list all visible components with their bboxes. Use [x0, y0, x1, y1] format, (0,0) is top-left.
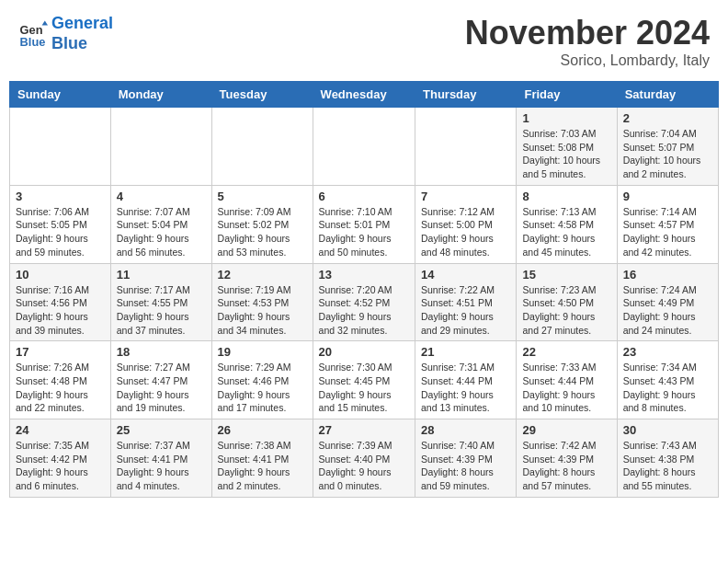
calendar-cell: 5Sunrise: 7:09 AM Sunset: 5:02 PM Daylig…	[211, 185, 313, 263]
weekday-header: Saturday	[617, 82, 718, 108]
day-number: 6	[319, 190, 409, 203]
day-number: 22	[522, 345, 610, 359]
day-info: Sunrise: 7:14 AM Sunset: 4:57 PM Dayligh…	[623, 205, 712, 259]
day-info: Sunrise: 7:34 AM Sunset: 4:43 PM Dayligh…	[623, 361, 712, 415]
day-info: Sunrise: 7:40 AM Sunset: 4:39 PM Dayligh…	[421, 439, 510, 493]
calendar-cell: 21Sunrise: 7:31 AM Sunset: 4:44 PM Dayli…	[415, 341, 517, 419]
day-info: Sunrise: 7:29 AM Sunset: 4:46 PM Dayligh…	[218, 361, 307, 415]
day-number: 3	[16, 190, 105, 203]
day-info: Sunrise: 7:04 AM Sunset: 5:07 PM Dayligh…	[623, 127, 712, 181]
calendar-cell	[10, 108, 111, 186]
calendar-week-row: 24Sunrise: 7:35 AM Sunset: 4:42 PM Dayli…	[10, 419, 719, 498]
calendar-cell: 11Sunrise: 7:17 AM Sunset: 4:55 PM Dayli…	[110, 263, 211, 341]
day-info: Sunrise: 7:12 AM Sunset: 5:00 PM Dayligh…	[421, 205, 510, 259]
day-number: 28	[421, 423, 510, 437]
day-number: 13	[319, 268, 409, 282]
day-info: Sunrise: 7:27 AM Sunset: 4:47 PM Dayligh…	[117, 361, 206, 415]
day-number: 18	[117, 345, 206, 359]
calendar-cell: 27Sunrise: 7:39 AM Sunset: 4:40 PM Dayli…	[313, 419, 415, 498]
day-number: 2	[623, 111, 712, 125]
calendar-cell: 26Sunrise: 7:38 AM Sunset: 4:41 PM Dayli…	[211, 419, 313, 498]
location-subtitle: Sorico, Lombardy, Italy	[465, 52, 710, 69]
calendar-week-row: 1Sunrise: 7:03 AM Sunset: 5:08 PM Daylig…	[10, 108, 719, 186]
calendar-cell: 19Sunrise: 7:29 AM Sunset: 4:46 PM Dayli…	[211, 341, 313, 419]
weekday-row: SundayMondayTuesdayWednesdayThursdayFrid…	[10, 82, 719, 108]
day-info: Sunrise: 7:09 AM Sunset: 5:02 PM Dayligh…	[218, 205, 307, 259]
day-number: 8	[522, 190, 610, 203]
day-number: 5	[218, 190, 307, 203]
logo-line2: Blue	[51, 34, 87, 52]
day-info: Sunrise: 7:23 AM Sunset: 4:50 PM Dayligh…	[522, 283, 610, 338]
calendar-cell	[415, 108, 517, 186]
day-number: 12	[218, 268, 307, 282]
day-info: Sunrise: 7:26 AM Sunset: 4:48 PM Dayligh…	[16, 361, 105, 415]
calendar-cell: 2Sunrise: 7:04 AM Sunset: 5:07 PM Daylig…	[617, 108, 718, 186]
weekday-header: Tuesday	[211, 82, 313, 108]
calendar-cell: 7Sunrise: 7:12 AM Sunset: 5:00 PM Daylig…	[415, 185, 517, 263]
calendar-cell: 23Sunrise: 7:34 AM Sunset: 4:43 PM Dayli…	[617, 341, 718, 419]
day-info: Sunrise: 7:33 AM Sunset: 4:44 PM Dayligh…	[522, 361, 610, 415]
calendar-cell: 17Sunrise: 7:26 AM Sunset: 4:48 PM Dayli…	[10, 341, 111, 419]
day-info: Sunrise: 7:16 AM Sunset: 4:56 PM Dayligh…	[16, 283, 105, 338]
day-number: 7	[421, 190, 510, 203]
day-number: 10	[16, 268, 105, 282]
day-info: Sunrise: 7:42 AM Sunset: 4:39 PM Dayligh…	[522, 439, 610, 493]
svg-text:Blue: Blue	[20, 34, 46, 48]
day-number: 26	[218, 423, 307, 437]
day-info: Sunrise: 7:13 AM Sunset: 4:58 PM Dayligh…	[522, 205, 610, 259]
calendar-week-row: 10Sunrise: 7:16 AM Sunset: 4:56 PM Dayli…	[10, 263, 719, 341]
calendar-cell	[313, 108, 415, 186]
day-info: Sunrise: 7:38 AM Sunset: 4:41 PM Dayligh…	[218, 439, 307, 493]
day-info: Sunrise: 7:19 AM Sunset: 4:53 PM Dayligh…	[218, 283, 307, 338]
day-info: Sunrise: 7:30 AM Sunset: 4:45 PM Dayligh…	[319, 361, 409, 415]
day-info: Sunrise: 7:22 AM Sunset: 4:51 PM Dayligh…	[421, 283, 510, 338]
day-number: 19	[218, 345, 307, 359]
calendar-cell: 6Sunrise: 7:10 AM Sunset: 5:01 PM Daylig…	[313, 185, 415, 263]
calendar-cell: 18Sunrise: 7:27 AM Sunset: 4:47 PM Dayli…	[110, 341, 211, 419]
calendar-cell: 28Sunrise: 7:40 AM Sunset: 4:39 PM Dayli…	[415, 419, 517, 498]
day-number: 11	[117, 268, 206, 282]
calendar-cell: 20Sunrise: 7:30 AM Sunset: 4:45 PM Dayli…	[313, 341, 415, 419]
day-info: Sunrise: 7:20 AM Sunset: 4:52 PM Dayligh…	[319, 283, 409, 338]
calendar-cell: 30Sunrise: 7:43 AM Sunset: 4:38 PM Dayli…	[617, 419, 718, 498]
calendar-cell: 12Sunrise: 7:19 AM Sunset: 4:53 PM Dayli…	[211, 263, 313, 341]
calendar-cell: 10Sunrise: 7:16 AM Sunset: 4:56 PM Dayli…	[10, 263, 111, 341]
day-number: 14	[421, 268, 510, 282]
calendar-week-row: 3Sunrise: 7:06 AM Sunset: 5:05 PM Daylig…	[10, 185, 719, 263]
weekday-header: Monday	[110, 82, 211, 108]
calendar-cell: 25Sunrise: 7:37 AM Sunset: 4:41 PM Dayli…	[110, 419, 211, 498]
day-number: 1	[522, 111, 610, 125]
day-info: Sunrise: 7:24 AM Sunset: 4:49 PM Dayligh…	[623, 283, 712, 338]
calendar-table: SundayMondayTuesdayWednesdayThursdayFrid…	[9, 81, 719, 498]
calendar-cell: 4Sunrise: 7:07 AM Sunset: 5:04 PM Daylig…	[110, 185, 211, 263]
day-number: 4	[117, 190, 206, 203]
title-block: November 2024 Sorico, Lombardy, Italy	[465, 14, 710, 69]
day-number: 24	[16, 423, 105, 437]
day-number: 21	[421, 345, 510, 359]
weekday-header: Wednesday	[313, 82, 415, 108]
calendar-cell: 29Sunrise: 7:42 AM Sunset: 4:39 PM Dayli…	[517, 419, 617, 498]
weekday-header: Friday	[517, 82, 617, 108]
calendar-cell: 24Sunrise: 7:35 AM Sunset: 4:42 PM Dayli…	[10, 419, 111, 498]
day-info: Sunrise: 7:43 AM Sunset: 4:38 PM Dayligh…	[623, 439, 712, 493]
calendar-header: SundayMondayTuesdayWednesdayThursdayFrid…	[10, 82, 719, 108]
day-info: Sunrise: 7:06 AM Sunset: 5:05 PM Dayligh…	[16, 205, 105, 259]
logo-line1: General	[51, 14, 113, 32]
day-number: 30	[623, 423, 712, 437]
calendar-cell	[110, 108, 211, 186]
day-number: 25	[117, 423, 206, 437]
day-number: 27	[319, 423, 409, 437]
day-info: Sunrise: 7:10 AM Sunset: 5:01 PM Dayligh…	[319, 205, 409, 259]
day-number: 29	[522, 423, 610, 437]
calendar-cell: 13Sunrise: 7:20 AM Sunset: 4:52 PM Dayli…	[313, 263, 415, 341]
month-title: November 2024	[465, 14, 710, 52]
calendar-body: 1Sunrise: 7:03 AM Sunset: 5:08 PM Daylig…	[10, 108, 719, 498]
calendar-cell: 9Sunrise: 7:14 AM Sunset: 4:57 PM Daylig…	[617, 185, 718, 263]
day-info: Sunrise: 7:35 AM Sunset: 4:42 PM Dayligh…	[16, 439, 105, 493]
logo: Gen Blue GeneralBlue	[18, 14, 113, 53]
day-info: Sunrise: 7:17 AM Sunset: 4:55 PM Dayligh…	[117, 283, 206, 338]
logo-icon: Gen Blue	[18, 19, 48, 49]
day-info: Sunrise: 7:37 AM Sunset: 4:41 PM Dayligh…	[117, 439, 206, 493]
calendar-cell: 22Sunrise: 7:33 AM Sunset: 4:44 PM Dayli…	[517, 341, 617, 419]
day-number: 9	[623, 190, 712, 203]
